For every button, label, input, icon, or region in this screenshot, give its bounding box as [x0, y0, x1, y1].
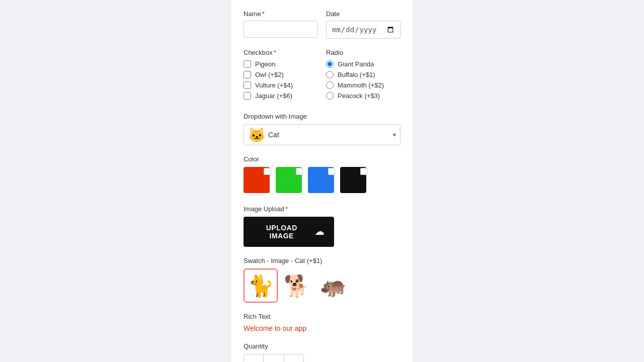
- color-check-red: [264, 168, 271, 175]
- checkbox-item-owl: Owl (+$2): [244, 71, 318, 78]
- checkbox-pigeon-label: Pigeon: [255, 60, 275, 68]
- swatch-cat[interactable]: 🐈: [244, 268, 278, 303]
- upload-required-star: *: [285, 205, 288, 213]
- color-swatch-green[interactable]: [276, 167, 304, 195]
- quantity-label: Quantity: [244, 342, 400, 350]
- radio-giant-panda[interactable]: [326, 60, 334, 68]
- checkbox-owl-label: Owl (+$2): [255, 71, 284, 78]
- radio-group: Radio Giant Panda Buffalo (+$1) Mammoth …: [326, 49, 400, 103]
- checkbox-item-jaguar: Jaguar (+$6): [244, 92, 318, 100]
- color-swatches: [244, 167, 400, 195]
- dropdown-label: Dropdown with Image: [244, 113, 400, 120]
- checkbox-item-vulture: Vulture (+$4): [244, 81, 318, 89]
- swatch-image-section: Swatch - Image - Cat (+$1) 🐈 🐕 🦛: [244, 257, 400, 303]
- dropdown-section: Dropdown with Image 🐱 Cat Dog Hippo ▾: [244, 113, 400, 145]
- upload-image-button[interactable]: UPLOAD IMAGE ☁: [244, 217, 334, 247]
- radio-item-buffalo: Buffalo (+$1): [326, 71, 400, 78]
- hippo-icon: 🦛: [320, 274, 346, 298]
- rich-text-label: Rich Text: [244, 313, 400, 320]
- chevron-down-icon: ▾: [393, 131, 396, 138]
- name-field-group: Name*: [244, 10, 318, 39]
- quantity-section: Quantity − 1 +: [244, 342, 400, 362]
- radio-label: Radio: [326, 49, 400, 56]
- image-upload-section: Image Upload* UPLOAD IMAGE ☁: [244, 205, 400, 247]
- quantity-increment-button[interactable]: +: [284, 354, 303, 362]
- checkbox-item-pigeon: Pigeon: [244, 60, 318, 68]
- radio-item-mammoth: Mammoth (+$2): [326, 81, 400, 89]
- color-check-green: [296, 168, 303, 175]
- swatch-hippo[interactable]: 🦛: [316, 268, 350, 303]
- checkbox-group: Checkbox* Pigeon Owl (+$2) Vulture (+$4)…: [244, 49, 318, 103]
- checkbox-pigeon[interactable]: [244, 60, 251, 68]
- cat-icon: 🐈: [248, 274, 274, 298]
- swatch-image-list: 🐈 🐕 🦛: [244, 268, 400, 303]
- cloud-upload-icon: ☁: [315, 226, 325, 237]
- checkbox-vulture[interactable]: [244, 81, 251, 89]
- name-input[interactable]: [244, 21, 318, 38]
- swatch-dog[interactable]: 🐕: [280, 268, 314, 303]
- color-label: Color: [244, 155, 400, 163]
- color-swatch-black[interactable]: [340, 167, 368, 195]
- dropdown-select[interactable]: Cat Dog Hippo: [268, 131, 393, 139]
- name-required-star: *: [262, 10, 265, 18]
- color-section: Color: [244, 155, 400, 195]
- color-check-black: [360, 168, 367, 175]
- radio-peacock-label: Peacock (+$3): [338, 92, 380, 100]
- upload-button-label: UPLOAD IMAGE: [254, 224, 310, 240]
- color-check-blue: [328, 168, 335, 175]
- checkbox-label: Checkbox*: [244, 49, 318, 56]
- radio-giant-panda-label: Giant Panda: [338, 60, 374, 68]
- dropdown-cat-icon: 🐱: [248, 127, 264, 143]
- color-swatch-blue[interactable]: [308, 167, 336, 195]
- checkbox-required-star: *: [274, 49, 276, 56]
- checkbox-jaguar-label: Jaguar (+$6): [255, 92, 292, 100]
- rich-text-section: Rich Text Welcome to our app: [244, 313, 400, 332]
- radio-mammoth-label: Mammoth (+$2): [338, 81, 384, 89]
- date-input[interactable]: [326, 21, 400, 39]
- radio-mammoth[interactable]: [326, 81, 334, 89]
- radio-peacock[interactable]: [326, 92, 334, 100]
- dog-icon: 🐕: [284, 274, 310, 298]
- quantity-value: 1: [263, 354, 284, 362]
- swatch-image-label: Swatch - Image - Cat (+$1): [244, 257, 400, 264]
- radio-buffalo[interactable]: [326, 71, 334, 78]
- radio-item-peacock: Peacock (+$3): [326, 92, 400, 100]
- date-label: Date: [326, 10, 400, 18]
- rich-text-content: Welcome to our app: [244, 324, 400, 332]
- dropdown-with-image[interactable]: 🐱 Cat Dog Hippo ▾: [244, 124, 400, 145]
- date-field-group: Date: [326, 10, 400, 39]
- image-upload-label: Image Upload*: [244, 205, 400, 213]
- color-swatch-red[interactable]: [244, 167, 272, 195]
- quantity-decrement-button[interactable]: −: [244, 354, 263, 362]
- quantity-control: − 1 +: [244, 354, 304, 362]
- name-label: Name*: [244, 10, 318, 18]
- radio-buffalo-label: Buffalo (+$1): [338, 71, 375, 78]
- checkbox-owl[interactable]: [244, 71, 251, 78]
- swatch-image-subtitle: - Cat (+$1): [291, 257, 323, 264]
- radio-item-giant-panda: Giant Panda: [326, 60, 400, 68]
- checkbox-vulture-label: Vulture (+$4): [255, 81, 293, 89]
- checkbox-jaguar[interactable]: [244, 92, 251, 100]
